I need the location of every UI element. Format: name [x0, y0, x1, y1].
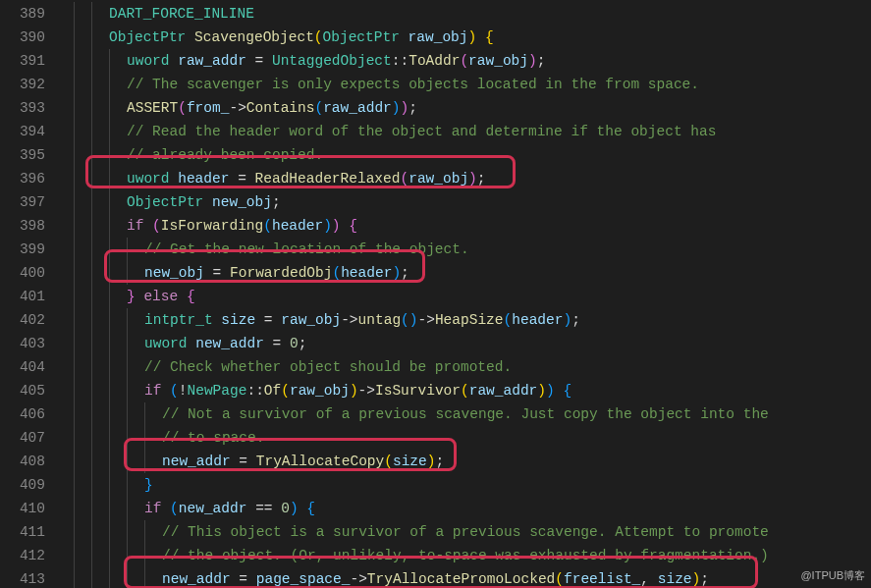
- line-number: 408: [8, 450, 45, 473]
- line-number: 398: [8, 214, 45, 238]
- code-line: new_obj = ForwardedObj(header);: [59, 261, 871, 285]
- line-content: // already been copied.: [59, 147, 323, 163]
- line-content: uword raw_addr = UntaggedObject::ToAddr(…: [59, 53, 545, 69]
- line-content: // the object. (Or, unlikely, to-space w…: [59, 548, 769, 563]
- code-line: // Get the new location of the object.: [59, 238, 871, 261]
- line-number: 413: [8, 567, 45, 588]
- line-content: ASSERT(from_->Contains(raw_addr));: [59, 100, 417, 116]
- code-line: intptr_t size = raw_obj->untag()->HeapSi…: [59, 308, 871, 332]
- line-number: 389: [8, 2, 45, 26]
- line-number: 406: [8, 402, 45, 426]
- code-line: uword header = ReadHeaderRelaxed(raw_obj…: [59, 167, 871, 190]
- line-content: intptr_t size = raw_obj->untag()->HeapSi…: [59, 312, 580, 328]
- code-line: } else {: [59, 285, 871, 308]
- line-number: 405: [8, 379, 45, 402]
- line-content: ObjectPtr new_obj;: [59, 194, 281, 210]
- line-content: // Get the new location of the object.: [59, 241, 469, 257]
- line-number: 396: [8, 167, 45, 190]
- code-line: // Not a survivor of a previous scavenge…: [59, 402, 871, 426]
- line-content: new_addr = page_space_->TryAllocatePromo…: [59, 571, 709, 587]
- line-content: if (IsForwarding(header)) {: [59, 218, 357, 234]
- line-number: 410: [8, 497, 45, 520]
- code-line: }: [59, 473, 871, 497]
- line-number: 395: [8, 143, 45, 167]
- code-line: // already been copied.: [59, 143, 871, 167]
- line-number: 402: [8, 308, 45, 332]
- line-content: // to space.: [59, 430, 264, 446]
- line-number: 397: [8, 190, 45, 214]
- line-content: uword new_addr = 0;: [59, 336, 306, 351]
- line-number: 401: [8, 285, 45, 308]
- code-line: new_addr = TryAllocateCopy(size);: [59, 450, 871, 473]
- line-content: }: [59, 477, 153, 493]
- line-number: 392: [8, 73, 45, 96]
- code-line: // to space.: [59, 426, 871, 450]
- code-line: uword new_addr = 0;: [59, 332, 871, 355]
- line-number: 407: [8, 426, 45, 450]
- code-line: if (IsForwarding(header)) {: [59, 214, 871, 238]
- code-line: ObjectPtr ScavengeObject(ObjectPtr raw_o…: [59, 26, 871, 49]
- code-line: DART_FORCE_INLINE: [59, 2, 871, 26]
- line-content: // Check whether object should be promot…: [59, 359, 512, 375]
- code-line: if (new_addr == 0) {: [59, 497, 871, 520]
- code-line: new_addr = page_space_->TryAllocatePromo…: [59, 567, 871, 588]
- line-number: 403: [8, 332, 45, 355]
- code-line: // Read the header word of the object an…: [59, 120, 871, 143]
- code-line: // Check whether object should be promot…: [59, 355, 871, 379]
- line-content: // This object is a survivor of a previo…: [59, 524, 769, 540]
- line-number: 411: [8, 520, 45, 544]
- code-line: // This object is a survivor of a previo…: [59, 520, 871, 544]
- line-number: 391: [8, 49, 45, 73]
- code-line: ObjectPtr new_obj;: [59, 190, 871, 214]
- line-number: 412: [8, 544, 45, 567]
- line-number: 393: [8, 96, 45, 120]
- watermark: @ITPUB博客: [800, 566, 865, 584]
- code-line: // The scavenger is only expects objects…: [59, 73, 871, 96]
- line-number: 399: [8, 238, 45, 261]
- line-gutter: 3893903913923933943953963973983994004014…: [0, 0, 55, 588]
- line-content: if (new_addr == 0) {: [59, 501, 315, 516]
- code-line: ASSERT(from_->Contains(raw_addr));: [59, 96, 871, 120]
- code-line: // the object. (Or, unlikely, to-space w…: [59, 544, 871, 567]
- line-content: // Read the header word of the object an…: [59, 124, 716, 139]
- line-content: DART_FORCE_INLINE: [59, 6, 254, 22]
- code-area[interactable]: DART_FORCE_INLINEObjectPtr ScavengeObjec…: [55, 0, 871, 588]
- line-content: if (!NewPage::Of(raw_obj)->IsSurvivor(ra…: [59, 383, 572, 399]
- line-number: 400: [8, 261, 45, 285]
- line-number: 390: [8, 26, 45, 49]
- code-line: if (!NewPage::Of(raw_obj)->IsSurvivor(ra…: [59, 379, 871, 402]
- line-content: // The scavenger is only expects objects…: [59, 77, 699, 92]
- line-number: 409: [8, 473, 45, 497]
- code-editor: 3893903913923933943953963973983994004014…: [0, 0, 871, 588]
- line-content: uword header = ReadHeaderRelaxed(raw_obj…: [59, 171, 486, 187]
- line-content: // Not a survivor of a previous scavenge…: [59, 406, 769, 422]
- line-content: ObjectPtr ScavengeObject(ObjectPtr raw_o…: [59, 29, 494, 45]
- line-number: 404: [8, 355, 45, 379]
- line-content: new_addr = TryAllocateCopy(size);: [59, 454, 444, 469]
- code-line: uword raw_addr = UntaggedObject::ToAddr(…: [59, 49, 871, 73]
- line-content: new_obj = ForwardedObj(header);: [59, 265, 409, 281]
- line-content: } else {: [59, 289, 195, 304]
- line-number: 394: [8, 120, 45, 143]
